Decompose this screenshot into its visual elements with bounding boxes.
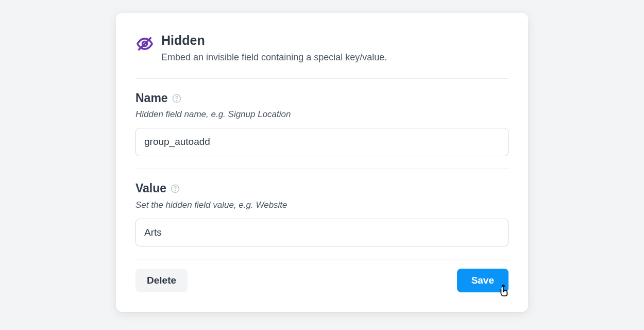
name-label-row: Name <box>135 91 509 106</box>
card-title: Hidden <box>161 32 509 48</box>
svg-point-5 <box>175 190 176 191</box>
card-subtitle: Embed an invisible field containing a sp… <box>161 51 509 64</box>
hidden-field-config-card: Hidden Embed an invisible field containi… <box>116 13 528 312</box>
value-label-row: Value <box>135 182 509 196</box>
value-field-section: Value Set the hidden field value, e.g. W… <box>135 169 509 259</box>
hidden-icon <box>135 35 154 53</box>
header-text: Hidden Embed an invisible field containi… <box>161 32 509 64</box>
delete-button[interactable]: Delete <box>135 269 188 292</box>
name-hint: Hidden field name, e.g. Signup Location <box>135 109 509 120</box>
card-header: Hidden Embed an invisible field containi… <box>135 32 509 79</box>
svg-point-3 <box>176 100 177 101</box>
help-icon[interactable] <box>171 184 180 193</box>
card-footer: Delete Save <box>135 259 509 302</box>
save-button[interactable]: Save <box>457 269 509 292</box>
help-icon[interactable] <box>172 94 181 103</box>
name-input[interactable] <box>135 128 509 156</box>
name-field-section: Name Hidden field name, e.g. Signup Loca… <box>135 79 509 169</box>
name-label: Name <box>135 91 168 106</box>
value-hint: Set the hidden field value, e.g. Website <box>135 200 509 210</box>
value-input[interactable] <box>135 219 509 247</box>
value-label: Value <box>135 182 166 196</box>
